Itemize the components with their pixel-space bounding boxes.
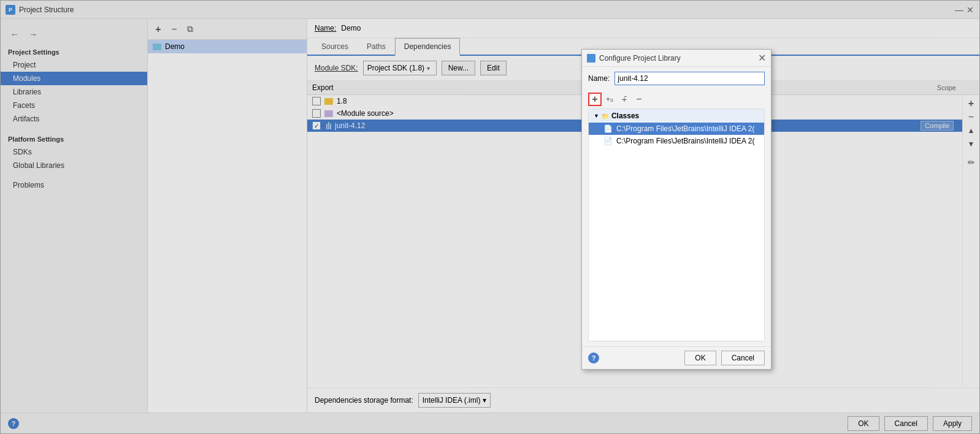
tab-sources[interactable]: Sources	[312, 38, 358, 56]
module-item-demo[interactable]: Demo	[148, 40, 307, 53]
bottom-help-button[interactable]: ?	[8, 418, 19, 429]
dialog-title-bar: Configure Project Library ✕	[582, 50, 771, 67]
dialog-help-button[interactable]: ?	[588, 352, 599, 364]
sdk-label: Module SDK:	[315, 64, 358, 72]
app-icon: P	[6, 5, 15, 15]
dep-checkbox-1.8[interactable]	[312, 97, 321, 105]
scope-header-label: Scope	[937, 84, 956, 91]
sidebar-item-artifacts[interactable]: Artifacts	[1, 112, 147, 126]
dialog-close-button[interactable]: ✕	[758, 52, 766, 64]
dep-item-1.8-label: 1.8	[337, 97, 347, 105]
dialog-footer-actions: OK Cancel	[684, 351, 765, 365]
project-settings-header: Project Settings	[1, 45, 147, 58]
dialog-tree-path-1: C:\Program Files\JetBrains\IntelliJ IDEA…	[616, 124, 754, 133]
sdk-edit-button[interactable]: Edit	[480, 61, 507, 75]
platform-settings-header: Platform Settings	[1, 132, 147, 145]
dialog-footer: ? OK Cancel	[582, 346, 771, 369]
add-module-button[interactable]: +	[151, 23, 165, 36]
tab-dependencies[interactable]: Dependencies	[395, 38, 461, 56]
format-dropdown[interactable]: IntelliJ IDEA (.iml) ▾	[418, 393, 491, 408]
dialog-tree: ▼ 📁 Classes 📄 C:\Program Files\JetBrains…	[588, 108, 765, 341]
back-button[interactable]: ←	[8, 28, 21, 41]
title-bar-left: P Project Structure	[6, 5, 74, 15]
sidebar-item-sdks[interactable]: SDKs	[1, 145, 147, 159]
right-side-buttons: + − ▲ ▼ ✏	[962, 95, 979, 387]
module-list: Demo	[148, 40, 307, 413]
module-panel: + − ⧉ Demo	[148, 19, 307, 413]
sdk-new-button[interactable]: New...	[442, 61, 475, 75]
sdk-value: Project SDK (1.8)	[367, 64, 424, 72]
file-icon-2: 📄	[603, 137, 613, 145]
tab-paths[interactable]: Paths	[358, 38, 395, 56]
remove-module-button[interactable]: −	[167, 23, 181, 36]
bottom-cancel-button[interactable]: Cancel	[884, 416, 928, 431]
dep-remove-button[interactable]: −	[965, 111, 978, 123]
dialog-add-native-button[interactable]: +̄	[618, 93, 631, 106]
sidebar-item-modules[interactable]: Modules	[1, 72, 147, 85]
dialog-tree-item-1[interactable]: 📄 C:\Program Files\JetBrains\IntelliJ ID…	[589, 123, 764, 135]
sidebar-item-global-libraries[interactable]: Global Libraries	[1, 159, 147, 172]
dialog-tree-item-2[interactable]: 📄 C:\Program Files\JetBrains\IntelliJ ID…	[589, 135, 764, 147]
sidebar-item-libraries[interactable]: Libraries	[1, 85, 147, 99]
main-window: P Project Structure — ✕ ← → Project Sett…	[0, 0, 980, 434]
minimize-button[interactable]: —	[955, 6, 963, 14]
sidebar-divider	[1, 126, 147, 132]
module-name-value: Demo	[341, 24, 361, 32]
sdk-dropdown-arrow-icon: ▾	[427, 65, 430, 72]
title-bar-controls: — ✕	[955, 6, 974, 14]
dialog-name-row: Name:	[582, 67, 771, 90]
window-title: Project Structure	[19, 6, 74, 14]
dep-move-up-button[interactable]: ▲	[965, 124, 978, 137]
bottom-format-row: Dependencies storage format: IntelliJ ID…	[307, 387, 979, 413]
close-button[interactable]: ✕	[966, 6, 974, 14]
dep-move-down-button[interactable]: ▼	[965, 138, 978, 150]
dialog-add-button[interactable]: +	[588, 93, 602, 106]
dialog-ok-button[interactable]: OK	[684, 351, 716, 365]
name-label: Name:	[315, 24, 336, 32]
dialog-name-label: Name:	[588, 74, 610, 83]
dialog-toolbar: + +₀ +̄ −	[582, 90, 771, 108]
bottom-bar: ? OK Cancel Apply	[1, 413, 979, 433]
configure-library-dialog: Configure Project Library ✕ Name: + +₀ +…	[581, 49, 771, 370]
module-folder-icon	[153, 44, 161, 50]
dep-item-module-source-label: <Module source>	[337, 109, 394, 118]
dep-checkbox-module-source[interactable]	[312, 109, 321, 118]
format-label: Dependencies storage format:	[315, 396, 413, 405]
dep-item-junit-scope: Compile	[921, 121, 957, 130]
format-dropdown-arrow-icon: ▾	[483, 396, 486, 405]
copy-module-button[interactable]: ⧉	[183, 23, 197, 36]
sidebar-item-problems[interactable]: Problems	[1, 178, 147, 192]
classes-group-label: Classes	[611, 112, 639, 120]
name-row: Name: Demo	[307, 19, 979, 38]
file-icon-1: 📄	[603, 124, 613, 133]
scope-badge[interactable]: Compile	[921, 121, 954, 131]
sdk-dropdown[interactable]: Project SDK (1.8) ▾	[363, 61, 437, 75]
dialog-classes-group: ▼ 📁 Classes	[589, 109, 764, 123]
sidebar: ← → Project Settings Project Modules Lib…	[1, 19, 148, 413]
dep-checkbox-junit[interactable]	[312, 121, 321, 130]
dep-icon-module-source-icon	[324, 110, 333, 117]
dep-item-junit-label: junit-4.12	[335, 121, 365, 130]
classes-folder-icon: 📁	[602, 113, 609, 120]
dialog-remove-button[interactable]: −	[632, 93, 646, 106]
title-bar: P Project Structure — ✕	[1, 1, 979, 19]
sidebar-divider-2	[1, 172, 147, 178]
dialog-name-input[interactable]	[614, 72, 765, 85]
sidebar-item-project[interactable]: Project	[1, 58, 147, 72]
main-content: ← → Project Settings Project Modules Lib…	[1, 19, 979, 413]
bottom-apply-button[interactable]: Apply	[933, 416, 972, 431]
bottom-ok-button[interactable]: OK	[848, 416, 879, 431]
sidebar-item-facets[interactable]: Facets	[1, 99, 147, 112]
dialog-add-sdk-button[interactable]: +₀	[603, 93, 616, 106]
collapse-icon: ▼	[594, 113, 599, 119]
forward-button[interactable]: →	[26, 28, 40, 41]
dep-icon-junit-icon	[324, 122, 331, 129]
dep-edit-button[interactable]: ✏	[965, 156, 978, 169]
bottom-bar-actions: OK Cancel Apply	[848, 416, 972, 431]
module-toolbar: + − ⧉	[148, 19, 307, 40]
dep-icon-1.8-icon	[324, 98, 333, 105]
dep-add-button[interactable]: +	[965, 97, 978, 110]
dialog-icon	[587, 54, 595, 63]
format-value: IntelliJ IDEA (.iml)	[423, 396, 481, 405]
dialog-cancel-button[interactable]: Cancel	[721, 351, 765, 365]
